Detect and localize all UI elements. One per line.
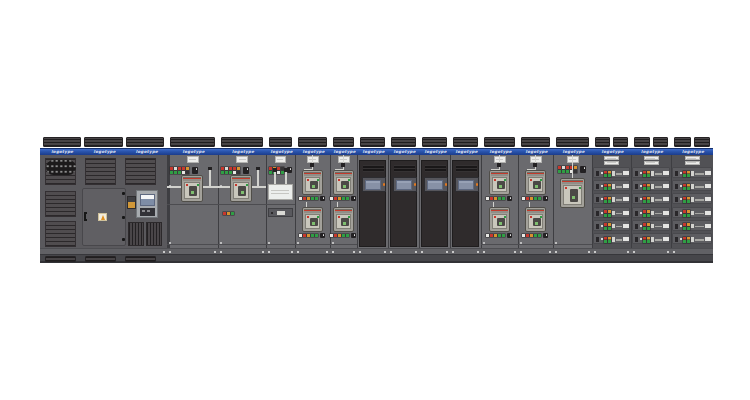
panel-seam — [518, 244, 553, 245]
mimic-bus-line — [655, 173, 662, 175]
rail-dot — [452, 251, 454, 253]
cabinet-faces — [40, 155, 713, 248]
meter-dot — [510, 197, 512, 199]
feeder-breaker — [612, 237, 615, 242]
led-indicator — [558, 166, 561, 169]
led-indicator — [174, 167, 177, 170]
acb-breaker — [525, 170, 546, 195]
acb-top-strip — [527, 209, 544, 213]
led-indicator — [608, 227, 611, 230]
mimic-bus-line — [616, 213, 622, 215]
led-indicator — [530, 197, 533, 200]
brand-logo: logotype — [602, 150, 622, 154]
brand-logo: logotype — [232, 150, 252, 154]
led-indicator — [229, 171, 232, 174]
led-indicator — [229, 167, 232, 170]
feeder-tag — [623, 171, 629, 175]
led-indicator — [311, 234, 314, 237]
acb-indicator-red — [235, 184, 237, 186]
acb-mechanism — [238, 186, 246, 196]
feeder-dot — [680, 212, 682, 214]
doc-pocket — [685, 156, 700, 160]
rail-dot — [214, 251, 216, 253]
acb-mech-mark — [572, 196, 575, 199]
doc-pocket — [644, 156, 659, 160]
feeder-breaker — [651, 237, 654, 242]
meter-dot — [546, 234, 548, 236]
vent-louver-panel — [45, 221, 76, 247]
rail-dot — [415, 251, 417, 253]
rail-dot — [594, 251, 596, 253]
hmi-screen — [427, 180, 443, 190]
section-incomer-acb-2 — [218, 155, 266, 248]
acb-mechanism — [341, 181, 349, 189]
riser-connector — [273, 168, 277, 172]
connector-cluster — [46, 160, 76, 175]
led-indicator — [307, 197, 310, 200]
led-indicator — [526, 197, 529, 200]
acb-mechanism — [533, 218, 541, 226]
feeder-breaker — [651, 224, 654, 229]
hinge-dot — [122, 192, 125, 195]
acb-face — [492, 214, 507, 229]
hood-vent — [484, 137, 515, 147]
acb-breaker — [333, 207, 354, 232]
acb-top-strip — [527, 172, 544, 176]
led-indicator — [687, 174, 690, 177]
hmi-screen — [365, 180, 381, 190]
acb-face — [305, 214, 320, 229]
feeder-row — [632, 167, 670, 178]
feeder-row — [593, 233, 630, 244]
feeder-row — [632, 193, 670, 204]
feeder-breaker — [612, 197, 615, 202]
led-indicator — [170, 171, 173, 174]
brand-logo: logotype — [456, 150, 476, 154]
led-indicator — [221, 167, 224, 170]
led-indicator — [186, 167, 189, 170]
brand-logo: logotype — [641, 150, 661, 154]
led-indicator — [237, 171, 240, 174]
led-indicator — [315, 197, 318, 200]
led-indicator — [221, 171, 224, 174]
feeder-dot — [640, 212, 642, 214]
feeder-dot — [680, 172, 682, 174]
feeder-row — [672, 220, 712, 231]
led-indicator — [174, 171, 177, 174]
led-indicator — [186, 171, 189, 174]
hmi-led-orange — [445, 183, 448, 186]
rail-dot — [673, 251, 675, 253]
acb-mech-mark — [343, 185, 346, 188]
feeder-dot — [680, 238, 682, 240]
acb-mech-mark — [191, 191, 194, 194]
metering-box — [268, 184, 293, 200]
hood-vent — [653, 137, 669, 147]
roof-vent-row — [40, 136, 713, 148]
rail-dot — [477, 251, 479, 253]
feeder-handle — [635, 197, 638, 202]
feeder-handle — [596, 184, 599, 189]
acb-mech-mark — [535, 222, 538, 225]
acb-face — [305, 177, 320, 192]
mimic-junction-dot — [220, 185, 222, 187]
mimic-junction-dot — [332, 242, 334, 244]
feeder-handle — [596, 197, 599, 202]
section-control-hmi-4 — [450, 155, 481, 248]
acb-face — [233, 182, 249, 199]
section-control-hmi-3 — [419, 155, 450, 248]
hmi-panel — [362, 177, 386, 192]
feeder-handle — [675, 184, 678, 189]
hood-vent — [422, 137, 447, 147]
acb-breaker — [230, 175, 252, 202]
feeder-dot — [640, 185, 642, 187]
section-control-hmi-2 — [388, 155, 419, 248]
hmi-led-orange — [414, 183, 417, 186]
hmi-door — [452, 160, 479, 247]
rail-dot — [291, 251, 293, 253]
feeder-handle — [675, 211, 678, 216]
section-mcc-3 — [671, 155, 713, 248]
feeder-handle — [596, 171, 599, 176]
hmi-led-orange — [383, 183, 386, 186]
mimic-riser — [209, 168, 211, 186]
feeder-tag — [663, 211, 669, 215]
meter-dot — [196, 168, 198, 170]
